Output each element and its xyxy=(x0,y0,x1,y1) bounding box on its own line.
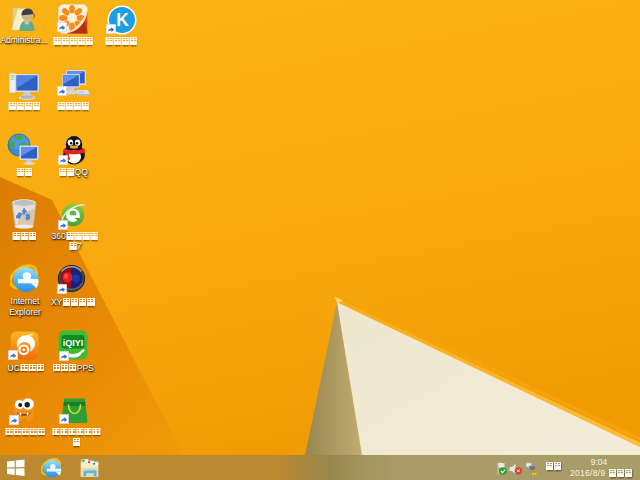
svg-text:iQIYI: iQIYI xyxy=(63,338,84,348)
svg-text:K: K xyxy=(116,10,129,30)
